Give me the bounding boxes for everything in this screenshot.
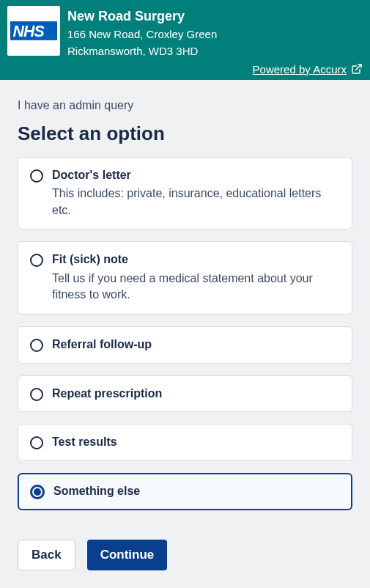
option-title: Doctor's letter xyxy=(52,168,340,183)
option-title: Something else xyxy=(53,484,340,499)
page-title: Select an option xyxy=(18,122,352,145)
option-body: Repeat prescription xyxy=(52,386,340,402)
option-body: Something else xyxy=(53,484,340,499)
option-title: Referral follow-up xyxy=(52,337,340,353)
nhs-logo: NHS xyxy=(7,6,60,56)
radio-icon xyxy=(30,436,43,449)
breadcrumb: I have an admin query xyxy=(18,99,352,112)
content: I have an admin query Select an option D… xyxy=(0,80,370,588)
option-referral-follow-up[interactable]: Referral follow-up xyxy=(18,326,352,364)
header-text: New Road Surgery 166 New Road, Croxley G… xyxy=(67,6,217,59)
header: NHS New Road Surgery 166 New Road, Croxl… xyxy=(0,0,370,80)
back-button[interactable]: Back xyxy=(18,540,75,570)
external-link-icon xyxy=(351,63,363,75)
option-body: Test results xyxy=(52,435,340,450)
radio-icon xyxy=(30,254,43,267)
radio-icon xyxy=(30,388,43,401)
option-fit-note[interactable]: Fit (sick) noteTell us if you need a med… xyxy=(18,241,352,315)
surgery-name: New Road Surgery xyxy=(67,9,217,25)
radio-icon xyxy=(30,485,45,499)
button-row: Back Continue xyxy=(18,540,352,570)
powered-by-link[interactable]: Powered by Accurx xyxy=(253,63,347,76)
surgery-address-line2: Rickmansworth, WD3 3HD xyxy=(67,43,217,59)
option-repeat-prescription[interactable]: Repeat prescription xyxy=(18,375,352,413)
option-something-else[interactable]: Something else xyxy=(18,473,352,510)
options-list: Doctor's letterThis includes: private, i… xyxy=(18,157,352,511)
powered-row: Powered by Accurx xyxy=(7,63,363,76)
option-body: Fit (sick) noteTell us if you need a med… xyxy=(52,252,340,304)
continue-button[interactable]: Continue xyxy=(87,540,168,570)
svg-text:NHS: NHS xyxy=(13,23,45,40)
option-body: Referral follow-up xyxy=(52,337,340,353)
svg-line-2 xyxy=(356,65,361,70)
option-title: Test results xyxy=(52,435,340,450)
option-description: Tell us if you need a medical statement … xyxy=(52,271,340,304)
header-top: NHS New Road Surgery 166 New Road, Croxl… xyxy=(7,6,363,59)
option-body: Doctor's letterThis includes: private, i… xyxy=(52,168,340,219)
radio-icon xyxy=(30,169,43,183)
option-title: Fit (sick) note xyxy=(52,252,340,268)
surgery-address-line1: 166 New Road, Croxley Green xyxy=(67,26,217,42)
option-title: Repeat prescription xyxy=(52,386,340,402)
radio-icon xyxy=(30,339,43,352)
option-test-results[interactable]: Test results xyxy=(18,424,352,461)
option-description: This includes: private, insurance, educa… xyxy=(52,185,340,218)
option-doctors-letter[interactable]: Doctor's letterThis includes: private, i… xyxy=(18,157,352,230)
